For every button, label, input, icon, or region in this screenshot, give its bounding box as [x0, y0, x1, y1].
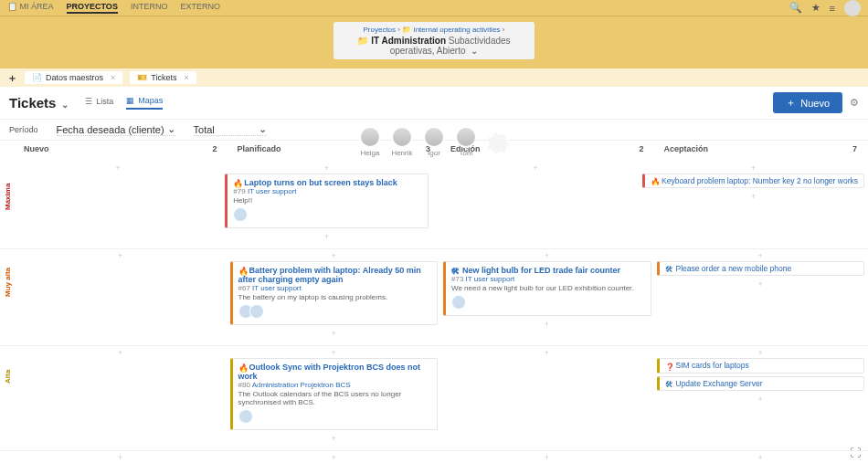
kanban-cell[interactable]: + [16, 346, 225, 445]
ticket-card[interactable]: 🔥Outlook Sync with Projektron BCS does n… [230, 358, 439, 430]
add-tab-button[interactable]: ＋ [7, 71, 17, 85]
ticket-card[interactable]: 🔥Keyboard problem laptop: Number key 2 n… [642, 174, 864, 188]
add-card-button[interactable]: + [657, 394, 865, 405]
add-card-button[interactable]: + [225, 163, 428, 174]
filter-icon[interactable]: ⚙ [850, 97, 859, 109]
card-meta: #73 IT user support [451, 275, 645, 283]
add-card-button[interactable]: + [230, 328, 439, 339]
person-igor[interactable]: Igor [423, 126, 445, 157]
nav-interno[interactable]: INTERNO [131, 2, 168, 14]
chevron-down-icon[interactable]: ⌄ [58, 100, 69, 110]
add-card-button[interactable]: + [230, 347, 439, 358]
ticket-card[interactable]: 🛠Please order a new mobile phone [657, 261, 865, 276]
ticket-card[interactable]: 🛠Update Exchange Server [657, 376, 865, 391]
ticket-card[interactable]: 🛠New light bulb for LED trade fair count… [443, 261, 651, 316]
view-list[interactable]: ☰Lista [85, 96, 113, 110]
close-icon[interactable]: × [184, 73, 188, 82]
add-card-button[interactable]: + [16, 250, 225, 261]
breadcrumb[interactable]: Proyectos › 📁 Internal operating activit… [333, 22, 535, 59]
kanban-cell[interactable]: + [16, 249, 225, 340]
search-icon[interactable]: 🔍 [789, 2, 802, 14]
person-unassigned[interactable] [487, 132, 509, 155]
priority-icon: 🔥 [651, 177, 659, 185]
add-card-button[interactable]: + [443, 452, 651, 463]
chevron-down-icon[interactable]: ⌄ [471, 46, 478, 56]
kanban-cell[interactable]: + [443, 346, 651, 445]
kanban-cell[interactable]: +❓Order mobile printer#75 IT user suppor… [443, 451, 651, 463]
kanban-cell[interactable]: +❓SIM cards for laptops🛠Update Exchange … [657, 346, 865, 445]
user-avatar[interactable] [844, 0, 861, 16]
kanban-cell[interactable]: + [230, 451, 439, 463]
add-card-button[interactable]: + [434, 163, 637, 174]
add-card-button[interactable]: + [230, 433, 439, 444]
close-icon[interactable]: × [111, 73, 115, 82]
add-card-button[interactable]: + [443, 319, 651, 330]
priority-icon: 🔥 [233, 179, 241, 187]
nav-mi-area[interactable]: 📋 MI ÁREA [7, 2, 54, 14]
kanban-cell[interactable]: +🛠Please order a new mobile phone+ [657, 249, 865, 340]
chevron-down-icon: ⌄ [259, 123, 267, 135]
project-title: IT Administration [371, 36, 446, 46]
crumb-mid[interactable]: Internal operating activities [413, 26, 500, 34]
add-card-button[interactable]: + [642, 163, 864, 174]
card-dept-link[interactable]: IT user support [248, 187, 297, 195]
card-dept-link[interactable]: Administration Projektron BCS [252, 381, 351, 389]
ticket-icon: 🎫 [137, 73, 147, 82]
card-dept-link[interactable]: IT user support [252, 284, 302, 292]
kanban-cell[interactable]: +🔥Keyboard problem laptop: Number key 2 … [642, 162, 864, 243]
kanban-cell[interactable]: + [434, 162, 637, 243]
add-card-button[interactable]: + [443, 347, 651, 358]
ticket-card[interactable]: 🔥Laptop turns on but screen stays black#… [225, 174, 428, 228]
tab-tickets[interactable]: 🎫 Tickets × [130, 71, 196, 84]
add-card-button[interactable]: + [657, 347, 865, 358]
add-card-button[interactable]: + [230, 250, 439, 261]
kanban-cell[interactable]: +🛠New light bulb for LED trade fair coun… [443, 249, 651, 340]
add-card-button[interactable]: + [642, 191, 864, 202]
card-avatars [233, 207, 421, 224]
kanban-cell[interactable]: + [16, 162, 219, 243]
add-card-button[interactable]: + [16, 163, 219, 174]
card-meta: #79 IT user support [233, 187, 421, 195]
kanban-cell[interactable]: +❓New laptop🔥Telephone system failure+ [657, 451, 865, 463]
tab-datos-maestros[interactable]: 📄 Datos maestros × [25, 71, 122, 84]
nav-externo[interactable]: EXTERNO [180, 2, 220, 14]
list-icon: ☰ [85, 97, 92, 106]
menu-icon[interactable]: ≡ [830, 3, 835, 14]
add-card-button[interactable]: + [16, 347, 225, 358]
card-avatars [238, 409, 432, 426]
add-card-button[interactable]: + [657, 279, 865, 289]
page-title[interactable]: Tickets ⌄ [9, 95, 69, 110]
nav-proyectos[interactable]: PROYECTOS [67, 2, 118, 14]
add-card-button[interactable]: + [16, 452, 225, 463]
person-tom[interactable]: Tom [455, 126, 477, 157]
add-card-button[interactable]: + [225, 231, 428, 242]
person-helga[interactable]: Helga [359, 126, 381, 157]
card-title: 🛠Please order a new mobile phone [665, 264, 859, 273]
kanban-cell[interactable]: +🔥Laptop turns on but screen stays black… [225, 162, 428, 243]
card-body: Help!! [233, 196, 421, 205]
map-icon: ▦ [126, 96, 134, 105]
crumb-root[interactable]: Proyectos [363, 26, 396, 34]
priority-icon: ❓ [665, 363, 673, 371]
kanban-cell[interactable]: +🔥Outlook Sync with Projektron BCS does … [230, 346, 439, 445]
add-card-button[interactable]: + [230, 452, 439, 463]
kanban-cell[interactable]: +🔥Battery problem with laptop: Already 5… [230, 249, 439, 340]
new-button[interactable]: ＋Nuevo [773, 92, 842, 113]
person-henrik[interactable]: Henrik [391, 126, 413, 157]
avatar [455, 126, 477, 148]
ticket-card[interactable]: ❓SIM cards for laptops [657, 358, 865, 373]
add-card-button[interactable]: + [443, 250, 651, 261]
row-label: Muy alta [4, 249, 12, 315]
add-card-button[interactable]: + [657, 452, 865, 463]
ticket-card[interactable]: 🔥Battery problem with laptop: Already 50… [230, 261, 439, 325]
star-icon[interactable]: ★ [811, 2, 820, 14]
card-title: 🔥Battery problem with laptop: Already 50… [238, 266, 432, 284]
fullscreen-icon[interactable]: ⛶ [850, 447, 861, 459]
view-map[interactable]: ▦Mapas [126, 96, 163, 110]
card-avatars [238, 304, 432, 321]
add-card-button[interactable]: + [657, 250, 865, 261]
avatar-row: Helga Henrik Igor Tom [0, 126, 868, 128]
kanban-cell[interactable]: +🔥My wireless mouse no longer transmits#… [16, 451, 225, 463]
row-label: Normal [4, 451, 12, 463]
card-dept-link[interactable]: IT user support [466, 275, 515, 283]
